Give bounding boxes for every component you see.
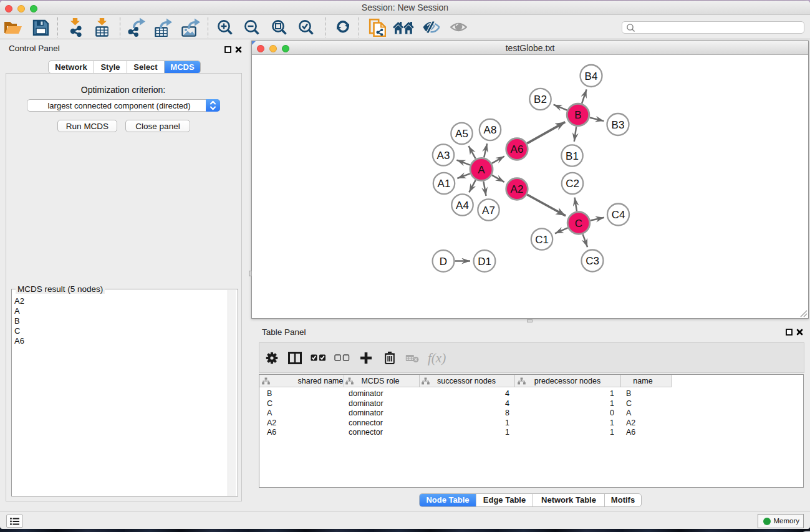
svg-text:B4: B4 [585,70,598,82]
svg-text:D: D [440,256,447,268]
svg-text:A6: A6 [511,143,524,155]
svg-text:A2: A2 [511,183,524,195]
svg-text:A: A [478,164,485,176]
svg-text:C1: C1 [535,234,549,246]
svg-text:B: B [574,109,581,121]
svg-text:C4: C4 [612,209,625,221]
svg-text:A3: A3 [437,150,450,162]
svg-text:B1: B1 [566,150,579,162]
svg-text:C: C [575,218,582,230]
svg-text:A4: A4 [456,200,469,211]
svg-text:C2: C2 [566,178,579,190]
svg-text:A7: A7 [482,205,495,216]
svg-text:C3: C3 [586,255,599,267]
svg-text:A1: A1 [438,178,451,190]
svg-text:A5: A5 [455,128,468,140]
svg-text:A8: A8 [484,124,497,136]
svg-text:B2: B2 [534,94,547,105]
svg-text:B3: B3 [612,119,625,131]
svg-text:D1: D1 [478,256,491,268]
